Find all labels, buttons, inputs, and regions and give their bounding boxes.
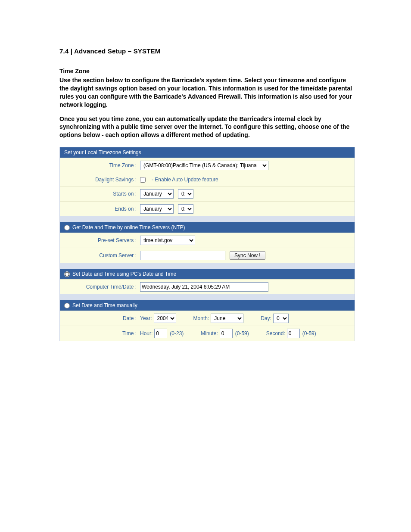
- minute-label: Minute:: [201, 330, 218, 336]
- subsection-heading: Time Zone: [59, 68, 355, 75]
- computer-time-input[interactable]: [140, 282, 268, 292]
- hour-hint: (0-23): [170, 330, 184, 336]
- ends-on-label: Ends on :: [63, 206, 140, 212]
- end-day-select[interactable]: 01: [178, 204, 193, 214]
- sync-now-button[interactable]: Sync Now !: [230, 251, 265, 260]
- hour-input[interactable]: [154, 329, 167, 338]
- preset-server-select[interactable]: time.nist.gov: [140, 236, 195, 245]
- page-heading: 7.4 | Advanced Setup – SYSTEM: [59, 47, 355, 55]
- timezone-label: Time Zone :: [63, 162, 140, 168]
- manual-header[interactable]: Set Date and Time manually: [60, 300, 355, 311]
- second-hint: (0-59): [302, 330, 316, 336]
- second-input[interactable]: [287, 329, 300, 338]
- manual-date-label: Date :: [63, 315, 140, 321]
- custom-server-label: Custom Server :: [63, 252, 140, 258]
- ntp-section: Get Date and Time by online Time Servers…: [60, 222, 355, 263]
- minute-hint: (0-59): [235, 330, 249, 336]
- start-day-select[interactable]: 01: [178, 189, 193, 199]
- day-select[interactable]: 01: [273, 314, 289, 323]
- year-label: Year:: [140, 315, 152, 321]
- timezone-header: Set your Local Timezone Settings: [60, 147, 355, 158]
- manual-time-label: Time :: [63, 330, 140, 336]
- manual-section: Set Date and Time manually Date : Year: …: [60, 300, 355, 341]
- day-label: Day:: [261, 315, 271, 321]
- manual-radio[interactable]: [64, 303, 70, 308]
- month-select[interactable]: June: [211, 314, 243, 323]
- section-spacer: [60, 294, 355, 300]
- pc-time-section: Set Date and Time using PC's Date and Ti…: [60, 269, 355, 294]
- daylight-text: - Enable Auto Update feature: [152, 177, 218, 183]
- second-label: Second:: [266, 330, 285, 336]
- year-select[interactable]: 2004: [154, 314, 176, 323]
- timezone-section: Set your Local Timezone Settings Time Zo…: [60, 147, 355, 216]
- pc-time-radio[interactable]: [64, 271, 70, 277]
- end-month-select[interactable]: January: [140, 204, 174, 214]
- pc-time-header-text: Set Date and Time using PC's Date and Ti…: [72, 271, 176, 277]
- timezone-header-text: Set your Local Timezone Settings: [64, 149, 141, 156]
- settings-panel: Set your Local Timezone Settings Time Zo…: [59, 147, 355, 341]
- starts-on-label: Starts on :: [63, 191, 140, 197]
- ntp-radio[interactable]: [64, 225, 70, 230]
- hour-label: Hour:: [140, 330, 153, 336]
- ntp-header[interactable]: Get Date and Time by online Time Servers…: [60, 222, 355, 233]
- start-month-select[interactable]: January: [140, 189, 174, 199]
- minute-input[interactable]: [220, 329, 233, 338]
- ntp-header-text: Get Date and Time by online Time Servers…: [72, 224, 185, 230]
- pc-time-header[interactable]: Set Date and Time using PC's Date and Ti…: [60, 269, 355, 279]
- intro-paragraph-2: Once you set you time zone, you can auto…: [59, 115, 355, 140]
- daylight-checkbox[interactable]: [140, 177, 146, 183]
- custom-server-input[interactable]: [140, 251, 225, 260]
- month-label: Month:: [193, 315, 209, 321]
- section-spacer: [60, 263, 355, 269]
- section-spacer: [60, 216, 355, 222]
- timezone-select[interactable]: (GMT-08:00)Pacific Time (US & Canada); T…: [140, 161, 268, 170]
- daylight-label: Daylight Savings :: [63, 177, 140, 183]
- preset-label: Pre-set Servers :: [63, 237, 140, 243]
- manual-header-text: Set Date and Time manually: [72, 302, 137, 308]
- computer-time-label: Computer Time/Date :: [63, 284, 140, 290]
- intro-paragraph-1: Use the section below to configure the B…: [59, 76, 355, 109]
